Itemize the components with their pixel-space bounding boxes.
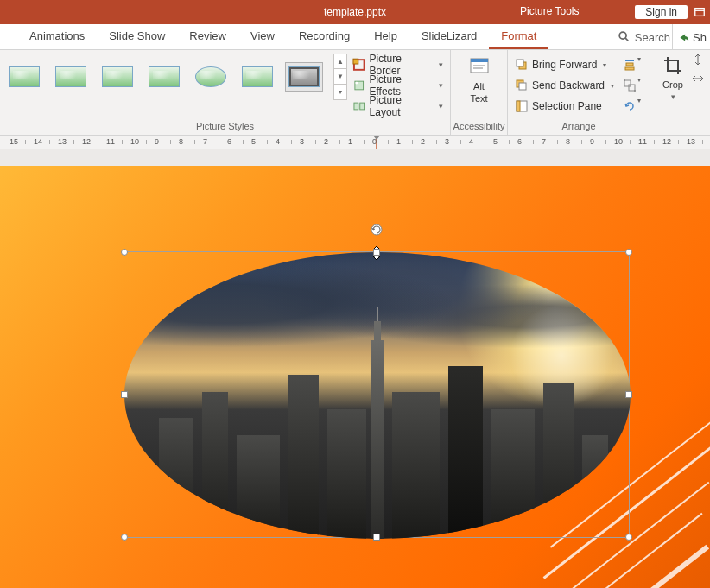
svg-rect-15: [517, 60, 523, 66]
rotate-button[interactable]: [620, 97, 639, 116]
picture-border-button[interactable]: Picture Border ▾: [351, 55, 445, 74]
ruler-tick-label: 15: [10, 137, 18, 146]
group-picture-styles: ▲ ▼ ▾ Picture Border ▾ Picture Effects ▾: [0, 50, 451, 135]
search-label[interactable]: Search: [635, 31, 670, 44]
resize-handle-top[interactable]: [373, 249, 380, 256]
ruler-tick-label: 11: [638, 137, 647, 146]
align-button[interactable]: [620, 55, 639, 74]
style-thumb-3[interactable]: [98, 62, 136, 92]
bring-forward-button[interactable]: Bring Forward: [513, 55, 599, 74]
ruler-tick-label: 4: [469, 137, 473, 146]
ruler-tick-label: 7: [203, 137, 207, 146]
ruler-tick-label: 3: [300, 137, 304, 146]
svg-rect-5: [353, 59, 358, 64]
svg-line-3: [625, 38, 628, 41]
send-backward-button[interactable]: Send Backward: [513, 76, 606, 95]
ruler-tick-label: 1: [348, 137, 352, 146]
svg-rect-11: [471, 59, 488, 62]
tab-help[interactable]: Help: [362, 23, 409, 49]
tab-slide-show[interactable]: Slide Show: [97, 23, 177, 49]
ruler-tick-label: 3: [445, 137, 449, 146]
group-arrange: Bring Forward ▾ Send Backward ▾ Selectio…: [508, 50, 650, 135]
picture-layout-label: Picture Layout: [370, 94, 434, 118]
oval-cropped-picture[interactable]: [124, 252, 631, 539]
resize-handle-bottom-left[interactable]: [121, 534, 128, 541]
svg-rect-19: [517, 101, 520, 111]
resize-handle-bottom[interactable]: [373, 534, 380, 541]
document-filename: template.pptx: [324, 6, 386, 18]
align-dropdown[interactable]: ▾: [637, 55, 641, 74]
ruler-tick-label: 13: [687, 137, 695, 146]
ruler-tick-label: 0: [372, 137, 377, 146]
svg-rect-21: [626, 63, 633, 66]
tab-format[interactable]: Format: [489, 23, 548, 49]
gallery-scroll-down[interactable]: ▼: [333, 69, 347, 85]
style-thumb-6[interactable]: [238, 62, 276, 92]
sign-in-button[interactable]: Sign in: [635, 5, 688, 19]
send-backward-dropdown[interactable]: ▾: [606, 76, 617, 95]
gallery-scroll: ▲ ▼ ▾: [333, 54, 347, 100]
group-button[interactable]: [620, 76, 639, 95]
selection-pane-button[interactable]: Selection Pane: [513, 97, 617, 116]
ruler-tick-label: 11: [106, 137, 115, 146]
alt-text-button[interactable]: Alt Text: [462, 54, 497, 104]
ribbon-display-options-icon[interactable]: [693, 5, 707, 19]
chevron-down-icon: ▾: [439, 60, 443, 69]
bring-forward-label: Bring Forward: [532, 59, 597, 71]
picture-effects-button[interactable]: Picture Effects ▾: [351, 76, 445, 95]
width-icon[interactable]: [692, 73, 704, 88]
style-thumb-1[interactable]: [5, 62, 43, 92]
crop-dropdown-icon[interactable]: ▾: [671, 92, 675, 102]
decorative-streak: [624, 545, 709, 588]
tab-view[interactable]: View: [238, 23, 287, 49]
ruler-tick-label: 6: [227, 137, 231, 146]
ruler-tick-label: 4: [276, 137, 280, 146]
style-thumb-5[interactable]: [192, 62, 230, 92]
slide[interactable]: [0, 166, 710, 588]
bring-forward-dropdown[interactable]: ▾: [599, 55, 609, 74]
style-thumb-4[interactable]: [145, 62, 183, 92]
resize-handle-top-right[interactable]: [625, 249, 632, 256]
resize-handle-left[interactable]: [121, 391, 128, 398]
share-button[interactable]: Sh: [672, 24, 710, 50]
svg-rect-22: [625, 67, 634, 70]
alt-text-label-2: Text: [470, 93, 487, 104]
group-size: Crop ▾: [650, 50, 710, 135]
style-thumb-7[interactable]: [285, 62, 323, 92]
svg-rect-0: [695, 9, 705, 16]
group-label-picture-styles: Picture Styles: [0, 119, 450, 135]
group-label-arrange: Arrange: [508, 119, 650, 135]
rotate-handle[interactable]: [370, 223, 384, 237]
ruler-tick-label: 1: [396, 137, 401, 146]
gallery-scroll-up[interactable]: ▲: [333, 54, 347, 69]
title-bar: template.pptx Picture Tools Sign in: [0, 0, 710, 24]
resize-handle-bottom-right[interactable]: [625, 534, 632, 541]
ruler-tick-label: 9: [590, 137, 594, 146]
svg-point-2: [619, 32, 626, 39]
gallery-expand[interactable]: ▾: [333, 85, 347, 100]
ruler-tick-label: 13: [58, 137, 67, 146]
svg-rect-23: [624, 80, 631, 86]
tab-review[interactable]: Review: [177, 23, 238, 49]
ruler-tick-label: 5: [251, 137, 256, 146]
tab-animations[interactable]: Animations: [17, 23, 97, 49]
resize-handle-right[interactable]: [625, 391, 632, 398]
ruler-tick-label: 12: [662, 137, 671, 146]
slide-canvas-area[interactable]: [0, 149, 710, 588]
style-thumb-2[interactable]: [52, 62, 90, 92]
rotate-dropdown[interactable]: ▾: [637, 97, 641, 116]
picture-styles-gallery[interactable]: ▲ ▼ ▾: [5, 54, 347, 100]
height-icon[interactable]: [692, 54, 704, 69]
selected-picture-bounding-box[interactable]: [124, 251, 630, 538]
tab-recording[interactable]: Recording: [287, 23, 362, 49]
crop-button[interactable]: Crop ▾: [657, 52, 688, 102]
search-icon[interactable]: [618, 30, 630, 45]
resize-handle-top-left[interactable]: [121, 249, 128, 256]
group-dropdown[interactable]: ▾: [637, 76, 641, 95]
picture-layout-button[interactable]: Picture Layout ▾: [351, 97, 445, 116]
horizontal-ruler[interactable]: 1514131211109876543210123456789101112131…: [0, 135, 710, 149]
share-label: Sh: [693, 31, 707, 44]
tab-slidelizard[interactable]: SlideLizard: [409, 23, 489, 49]
selection-pane-label: Selection Pane: [532, 100, 602, 112]
ribbon: ▲ ▼ ▾ Picture Border ▾ Picture Effects ▾: [0, 50, 710, 135]
